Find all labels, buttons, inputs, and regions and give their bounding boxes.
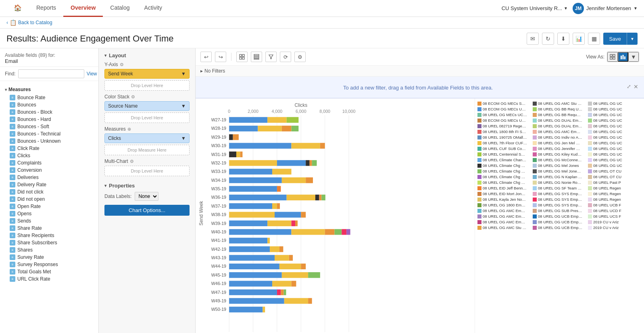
legend-label: 08 UREL OT CU bbox=[593, 175, 621, 179]
field-item[interactable]: ≡Deliveries bbox=[5, 174, 94, 181]
chart-options-button[interactable]: Chart Options... bbox=[104, 205, 190, 216]
nav-catalog[interactable]: Catalog bbox=[103, 0, 137, 17]
svg-text:8,000: 8,000 bbox=[319, 109, 330, 114]
legend-label: 08 UREL 190725 OMalley SUB Events bbox=[483, 135, 527, 139]
data-labels-select[interactable]: None bbox=[135, 192, 158, 201]
field-item[interactable]: ≡Bounces - Hard bbox=[5, 116, 94, 123]
view-as-label: View As: bbox=[586, 54, 604, 60]
field-item[interactable]: ≡Survey Rate bbox=[5, 254, 94, 261]
measures-section-header[interactable]: Measures bbox=[5, 87, 94, 92]
back-to-catalog-link[interactable]: ‹ 📋 Back to Catalog bbox=[6, 19, 52, 26]
legend-color bbox=[533, 130, 537, 134]
legend-color bbox=[477, 147, 481, 151]
measure-icon: ≡ bbox=[10, 240, 15, 246]
multichart-label: Multi-Chart ⚙ bbox=[104, 158, 190, 164]
legend-label: 08 UREL OG Nonie Roberts TXN bbox=[538, 180, 582, 185]
refresh-button[interactable]: ⟳ bbox=[280, 52, 291, 62]
color-stack-chip[interactable]: Source Name ▼ bbox=[104, 101, 190, 111]
table-view-button[interactable] bbox=[236, 52, 248, 62]
email-action-icon[interactable]: ✉ bbox=[527, 33, 539, 45]
field-item[interactable]: ≡Shares bbox=[5, 246, 94, 254]
legend-color bbox=[533, 119, 537, 123]
svg-rect-67 bbox=[287, 195, 315, 200]
legend-label: 08 UREL OG AMC Emp SUB Pres eNews bbox=[538, 129, 582, 134]
search-input[interactable] bbox=[18, 69, 84, 78]
field-item[interactable]: ≡Sends bbox=[5, 217, 94, 225]
legend-label: 08 UREL OG SUB Pres eNews bbox=[538, 208, 582, 213]
field-item[interactable]: ≡Click Rate bbox=[5, 145, 94, 152]
bar-chart-view-button[interactable] bbox=[618, 52, 628, 62]
field-item[interactable]: ≡Delivery Rate bbox=[5, 181, 94, 188]
field-item[interactable]: ≡Bounce Rate bbox=[5, 94, 94, 101]
svg-rect-36 bbox=[282, 126, 292, 131]
filter-button[interactable] bbox=[265, 52, 277, 62]
user-menu[interactable]: JM Jennifer Mortensen ▼ bbox=[573, 3, 638, 14]
filter-toggle[interactable]: ▸ No Filters bbox=[200, 68, 225, 74]
view-button[interactable]: View ▼ bbox=[87, 71, 99, 77]
filter-close-icon[interactable]: ✕ bbox=[634, 83, 638, 90]
yaxis-chip-chevron: ▼ bbox=[181, 71, 186, 77]
pivot-view-button[interactable] bbox=[251, 52, 262, 62]
field-item[interactable]: ≡Conversion bbox=[5, 166, 94, 174]
field-item[interactable]: ≡URL Click Rate bbox=[5, 275, 94, 283]
download-action-icon[interactable]: ⬇ bbox=[557, 33, 569, 45]
svg-text:Send Week: Send Week bbox=[198, 201, 204, 225]
org-selector[interactable]: CU System University R... ▼ bbox=[502, 5, 568, 11]
field-item[interactable]: ≡Bounces - Unknown bbox=[5, 137, 94, 145]
legend-item: 08 UREL OG UC bbox=[588, 118, 642, 123]
nav-home[interactable]: 🏠 bbox=[6, 0, 29, 17]
field-item[interactable]: ≡Did not click bbox=[5, 188, 94, 196]
measures-chip[interactable]: Clicks ▼ bbox=[104, 133, 190, 143]
field-item[interactable]: ≡Bounces - Soft bbox=[5, 123, 94, 130]
save-button[interactable]: Save ▼ bbox=[603, 33, 638, 45]
legend-color bbox=[588, 209, 592, 213]
field-item[interactable]: ≡Open Rate bbox=[5, 203, 94, 210]
legend-item: 08 UREL OG SYS Emp SUB Events bbox=[533, 197, 586, 202]
field-item[interactable]: ≡Share Subscribers bbox=[5, 239, 94, 246]
legend-item: 08 UREL Past P bbox=[588, 180, 642, 185]
grid-view-button[interactable] bbox=[607, 52, 618, 62]
field-label: Bounces - Hard bbox=[17, 117, 51, 122]
field-item[interactable]: ≡Bounces - Technical bbox=[5, 130, 94, 137]
field-item[interactable]: ≡Bounces bbox=[5, 101, 94, 108]
share-action-icon[interactable]: ↻ bbox=[542, 33, 554, 45]
measure-icon: ≡ bbox=[10, 124, 15, 129]
chart-action-icon[interactable]: 📊 bbox=[573, 33, 585, 45]
field-item[interactable]: ≡Clicks bbox=[5, 152, 94, 159]
field-item[interactable]: ≡Total Goals Met bbox=[5, 268, 94, 275]
undo-button[interactable]: ↩ bbox=[200, 52, 212, 62]
legend-label: 08 UREL OG N Kaplan TXN bbox=[538, 175, 582, 179]
table-action-icon[interactable]: ▦ bbox=[588, 33, 600, 45]
filter-expand-icon[interactable]: ⤢ bbox=[627, 83, 631, 90]
svg-text:W33-19: W33-19 bbox=[211, 169, 226, 174]
legend-color bbox=[477, 113, 481, 117]
field-label: Share Recipients bbox=[17, 233, 54, 238]
svg-text:W31-19: W31-19 bbox=[211, 152, 226, 157]
legend-label: 08 UREL OG UC bbox=[593, 152, 622, 156]
field-item[interactable]: ≡Opens bbox=[5, 210, 94, 217]
svg-rect-95 bbox=[229, 246, 270, 252]
nav-reports[interactable]: Reports bbox=[29, 0, 63, 17]
expand-view-button[interactable]: ▼ bbox=[628, 52, 639, 62]
legend-item: 08 UREL OG Mel Jones HOSP bbox=[533, 169, 586, 174]
legend-label: 08 UREL Centennial SUB Events bbox=[483, 152, 527, 156]
redo-button[interactable]: ↪ bbox=[215, 52, 226, 62]
field-item[interactable]: ≡Complaints bbox=[5, 159, 94, 166]
yaxis-chip[interactable]: Send Week ▼ bbox=[104, 69, 190, 79]
svg-text:W30-19: W30-19 bbox=[211, 143, 226, 148]
legend-color bbox=[533, 107, 537, 111]
svg-rect-60 bbox=[282, 177, 306, 183]
save-arrow-icon[interactable]: ▼ bbox=[627, 33, 638, 45]
field-item[interactable]: ≡Share Recipients bbox=[5, 232, 94, 239]
field-item[interactable]: ≡Share Rate bbox=[5, 225, 94, 232]
field-item[interactable]: ≡Survey Responses bbox=[5, 261, 94, 268]
field-item[interactable]: ≡Did not open bbox=[5, 196, 94, 203]
nav-activity[interactable]: Activity bbox=[137, 0, 169, 17]
svg-rect-82 bbox=[292, 221, 296, 226]
sub-header: ‹ 📋 Back to Catalog bbox=[0, 17, 644, 29]
svg-text:W32-19: W32-19 bbox=[211, 160, 226, 165]
field-item[interactable]: ≡Bounces - Block bbox=[5, 108, 94, 116]
settings-button[interactable]: ⚙ bbox=[294, 52, 306, 62]
nav-overview[interactable]: Overview bbox=[63, 0, 103, 17]
measure-icon: ≡ bbox=[10, 262, 15, 267]
